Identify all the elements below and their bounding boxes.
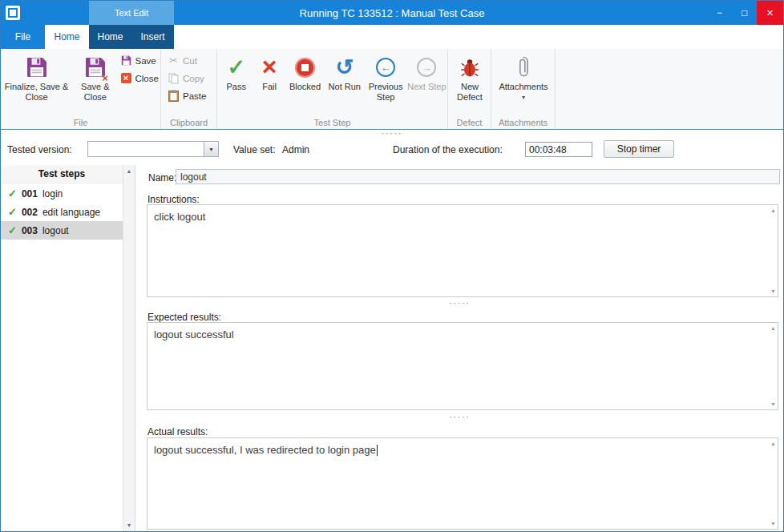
tested-version-combobox: ▼ [87,141,219,157]
expected-results-textarea[interactable]: logout successful ▲ ▼ [147,322,778,410]
step-detail-form: Name: Instructions: click logout ▲ ▼ ···… [136,165,783,531]
close-button[interactable]: × [757,1,783,25]
previous-step-button[interactable]: ← Previous Step [364,50,406,118]
scissors-icon: ✂ [168,54,180,66]
tab-ctx-insert[interactable]: Insert [131,25,174,49]
scroll-up-icon[interactable]: ▲ [770,324,776,332]
title-bar: Running TC 133512 : Manual Test Case Tex… [1,1,783,25]
close-ribbon-button[interactable]: × Close [120,72,160,84]
ribbon-tab-row: File Home Home Insert [1,25,783,49]
contextual-tabs: Home Insert [89,25,174,49]
instructions-splitter-handle[interactable]: ····· [136,300,783,308]
blocked-icon [295,53,315,82]
save-button[interactable]: Save [120,54,160,66]
ribbon-group-test-step: ✓ Pass × Fail Blocked ↺ Not Run ← Pre [217,49,448,129]
app-window: Running TC 133512 : Manual Test Case Tex… [0,0,784,532]
duration-label: Duration of the execution: [393,144,503,155]
actual-results-label: Actual results: [148,426,208,437]
name-input[interactable] [176,169,780,184]
ribbon-group-attachments: Attachments ▾ Attachments [491,49,556,129]
group-label-file: File [1,118,160,127]
new-defect-button[interactable]: New Defect [450,50,490,118]
dropdown-arrow-icon: ▼ [208,147,214,152]
undo-circle-icon: ↺ [335,53,354,82]
paperclip-icon [518,53,529,82]
next-step-button[interactable]: → Next Step [407,50,447,118]
ribbon-group-file: Finalize, Save & Close × Save & Close Sa… [1,49,161,129]
name-label: Name: [148,172,176,183]
scroll-down-icon[interactable]: ▼ [770,288,776,295]
step-passed-check-icon: ✓ [8,224,17,236]
actual-results-textarea[interactable]: logout successful, I was redirected to l… [147,437,778,530]
arrow-left-circle-icon: ← [376,53,395,82]
step-passed-check-icon: ✓ [8,206,17,218]
group-label-clipboard: Clipboard [161,118,216,127]
attachments-button[interactable]: Attachments ▾ [493,50,554,118]
contextual-tab-group-label: Text Edit [89,1,174,25]
close-badge-icon: × [102,73,108,83]
test-steps-header: Test steps [1,165,123,183]
floppy-disk-icon [26,53,47,82]
tab-home-active[interactable]: Home [45,25,89,49]
minimize-button[interactable]: − [707,1,732,25]
group-label-defect: Defect [448,118,491,127]
step-passed-check-icon: ✓ [8,187,17,200]
step-item-002[interactable]: ✓ 002 edit language [1,203,123,221]
floppy-disk-close-icon: × [85,53,106,82]
copy-icon [168,73,180,84]
group-label-attachments: Attachments [491,118,555,127]
expected-results-label: Expected results: [148,312,221,323]
combo-dropdown-button[interactable]: ▼ [204,142,218,156]
test-steps-panel: Test steps ✓ 001 login ✓ 002 edit langua… [1,165,135,531]
value-set-value: Admin [282,144,309,155]
clipboard-icon [168,90,180,102]
cross-icon: × [262,53,277,82]
group-label-test-step: Test Step [217,118,447,127]
tab-file[interactable]: File [1,25,45,49]
expected-splitter-handle[interactable]: ····· [136,414,783,421]
steps-scrollbar[interactable]: ▲ ▼ [123,165,135,531]
pass-button[interactable]: ✓ Pass [219,50,253,118]
value-set-label: Value set: [233,144,275,155]
instructions-textarea[interactable]: click logout ▲ ▼ [147,204,778,297]
check-icon: ✓ [227,53,245,82]
close-tile-icon: × [120,73,132,83]
app-icon[interactable] [6,6,20,20]
execution-toolbar: Tested version: ▼ Value set: Admin Durat… [1,137,783,165]
maximize-button[interactable]: □ [732,1,757,25]
paste-button[interactable]: Paste [168,90,216,102]
scroll-up-icon[interactable]: ▲ [770,207,776,214]
scroll-down-icon[interactable]: ▼ [770,401,776,408]
not-run-button[interactable]: ↺ Not Run [325,50,364,118]
tab-ctx-home[interactable]: Home [89,25,131,49]
ribbon-group-clipboard: ✂ Cut Copy Paste Clipboard [161,49,217,129]
stop-timer-button[interactable]: Stop timer [604,140,674,158]
instructions-label: Instructions: [148,194,200,205]
step-item-001[interactable]: ✓ 001 login [1,184,123,203]
cut-button[interactable]: ✂ Cut [168,54,216,66]
chevron-down-icon: ▾ [522,94,525,101]
arrow-right-circle-icon: → [417,53,436,82]
fail-button[interactable]: × Fail [253,50,285,118]
floppy-disk-small-icon [120,55,132,66]
scroll-up-icon[interactable]: ▲ [770,440,776,447]
finalize-save-close-button[interactable]: Finalize, Save & Close [2,50,71,118]
text-cursor [377,445,378,456]
blocked-button[interactable]: Blocked [285,50,325,118]
tested-version-label: Tested version: [7,144,72,155]
scroll-down-icon[interactable]: ▼ [123,522,135,528]
step-item-003[interactable]: ✓ 003 logout [1,221,123,240]
save-and-close-button[interactable]: × Save & Close [71,50,119,118]
scroll-down-icon[interactable]: ▼ [770,520,776,527]
window-controls: − □ × [707,1,783,25]
bug-icon [461,53,479,82]
ribbon-group-defect: New Defect Defect [448,49,491,129]
tested-version-input[interactable] [88,142,204,156]
ribbon: Finalize, Save & Close × Save & Close Sa… [1,49,783,130]
duration-input[interactable] [525,142,592,157]
copy-button[interactable]: Copy [168,72,216,84]
scroll-up-icon[interactable]: ▲ [123,168,135,174]
